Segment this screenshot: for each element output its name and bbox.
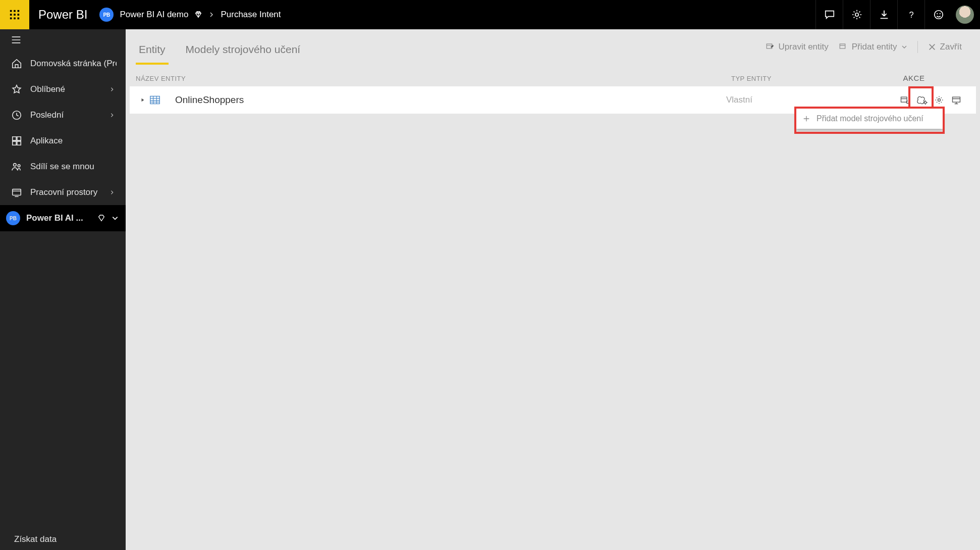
notifications-button[interactable]: [815, 0, 843, 29]
svg-point-16: [18, 164, 20, 167]
user-avatar[interactable]: [956, 6, 974, 24]
smile-icon: [933, 9, 944, 20]
svg-text:?: ?: [909, 10, 913, 19]
chevron-down-icon: [901, 44, 907, 50]
edit-entities-button[interactable]: Upravit entity: [760, 39, 834, 55]
workspaces-icon: [11, 187, 22, 198]
diamond-icon: [97, 214, 105, 222]
nav-label: Domovská stránka (Preview): [30, 59, 117, 69]
close-button[interactable]: Zavřít: [923, 39, 967, 55]
chevron-right-icon: [107, 112, 117, 119]
table-icon: [149, 95, 161, 105]
nav-label: Oblíbené: [30, 84, 99, 94]
diamond-icon: [194, 11, 202, 19]
nav-apps[interactable]: Aplikace: [0, 128, 126, 154]
tab-ml-models[interactable]: Modely strojového učení: [183, 34, 304, 65]
svg-point-23: [938, 99, 941, 102]
breadcrumb: PB Power BI AI demo Purchase Intent: [99, 8, 281, 22]
workspace-avatar-icon: PB: [99, 8, 114, 22]
nav-home[interactable]: Domovská stránka (Preview): [0, 51, 126, 76]
brand-label: Power BI: [29, 8, 99, 22]
svg-rect-5: [18, 14, 20, 16]
entity-type: Vlastní: [726, 95, 860, 105]
star-icon: [11, 84, 22, 95]
download-icon: [879, 9, 890, 20]
breadcrumb-current[interactable]: Purchase Intent: [221, 10, 281, 20]
svg-point-11: [934, 11, 943, 19]
workspace-avatar-icon: PB: [6, 211, 20, 225]
gear-icon: [851, 9, 862, 20]
action-label: Upravit entity: [779, 42, 829, 52]
expand-triangle-icon[interactable]: [137, 97, 149, 103]
nav-label: Aplikace: [30, 136, 117, 146]
add-table-icon: [839, 42, 848, 52]
apps-icon: [11, 135, 22, 146]
action-label: Přidat entity: [852, 42, 897, 52]
entity-name: OnlineShoppers: [175, 94, 244, 105]
nav-recent[interactable]: Poslední: [0, 102, 126, 128]
svg-point-12: [937, 13, 938, 14]
svg-rect-21: [901, 97, 907, 102]
chevron-right-icon: [208, 12, 214, 18]
get-data-label: Získat data: [14, 534, 57, 544]
feedback-button[interactable]: [924, 0, 952, 29]
nav-collapse-button[interactable]: [0, 29, 126, 51]
col-name: NÁZEV ENTITY: [136, 75, 731, 82]
separator: [917, 41, 918, 53]
nav-favorites[interactable]: Oblíbené: [0, 76, 126, 102]
entity-row[interactable]: OnlineShoppers Vlastní Přidat model stro…: [130, 86, 976, 114]
edit-icon: [766, 42, 775, 52]
nav-shared[interactable]: Sdílí se se mnou: [0, 154, 126, 179]
chevron-right-icon: [107, 189, 117, 196]
tutorial-highlight-dropdown: [794, 107, 945, 134]
svg-rect-19: [840, 44, 845, 48]
add-entities-button[interactable]: Přidat entity: [834, 39, 912, 55]
nav-label: Sdílí se se mnou: [30, 162, 117, 172]
svg-rect-4: [14, 14, 16, 16]
main-content: Entity Modely strojového učení Upravit e…: [126, 29, 980, 550]
home-icon: [11, 58, 22, 69]
settings-button[interactable]: [843, 0, 870, 29]
settings-action-button[interactable]: [932, 92, 947, 108]
get-data-link[interactable]: Získat data: [0, 529, 126, 550]
download-button[interactable]: [870, 0, 897, 29]
nav-label: Pracovní prostory: [30, 187, 99, 197]
svg-rect-1: [14, 10, 16, 12]
col-type: TYP ENTITY: [731, 75, 861, 82]
close-icon: [928, 43, 936, 51]
nav-label: Poslední: [30, 110, 99, 120]
svg-rect-0: [10, 10, 12, 12]
chevron-down-icon: [112, 215, 119, 222]
waffle-icon: [9, 9, 20, 20]
help-icon: ?: [906, 9, 917, 20]
entity-actions: Přidat model strojového učení: [860, 92, 976, 108]
workspace-label: Power BI AI ...: [26, 213, 91, 223]
tutorial-highlight-icon: [908, 86, 934, 109]
current-workspace-item[interactable]: PB Power BI AI ...: [0, 205, 126, 231]
svg-rect-24: [953, 97, 960, 102]
action-label: Zavřít: [940, 42, 962, 52]
clock-icon: [11, 110, 22, 121]
app-launcher-button[interactable]: [0, 0, 29, 29]
svg-rect-6: [10, 18, 12, 20]
col-actions: AKCE: [861, 74, 967, 82]
svg-rect-2: [18, 10, 20, 12]
svg-rect-7: [14, 18, 16, 20]
left-nav: Domovská stránka (Preview) Oblíbené Posl…: [0, 29, 126, 550]
column-headers: NÁZEV ENTITY TYP ENTITY AKCE: [126, 65, 980, 86]
svg-point-9: [855, 13, 858, 16]
view-action-button[interactable]: [949, 92, 964, 108]
svg-rect-20: [150, 96, 159, 104]
help-button[interactable]: ?: [897, 0, 924, 29]
chevron-right-icon: [107, 86, 117, 93]
svg-rect-17: [13, 189, 21, 195]
shared-icon: [11, 161, 22, 172]
svg-point-13: [939, 13, 940, 14]
nav-workspaces[interactable]: Pracovní prostory: [0, 179, 126, 205]
svg-rect-8: [18, 18, 20, 20]
breadcrumb-workspace[interactable]: Power BI AI demo: [120, 10, 188, 20]
chat-icon: [824, 9, 835, 20]
hamburger-icon: [11, 36, 21, 44]
tab-entities[interactable]: Entity: [136, 34, 169, 65]
svg-rect-3: [10, 14, 12, 16]
